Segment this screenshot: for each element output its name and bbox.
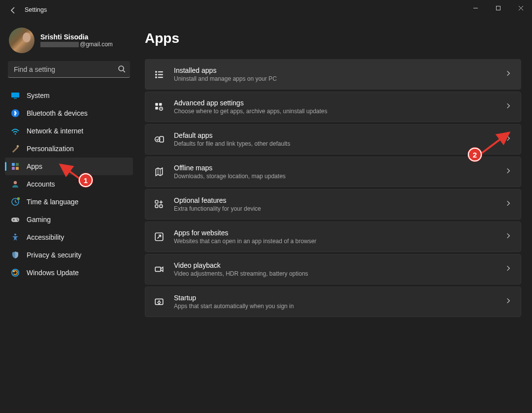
sidebar-item-windows-update[interactable]: Windows Update (5, 264, 133, 282)
chevron-right-icon (505, 297, 512, 306)
card-title: Optional features (174, 196, 505, 204)
avatar (9, 28, 34, 53)
chevron-right-icon (505, 135, 512, 144)
card-title: Default apps (174, 131, 505, 139)
apps-icon (11, 162, 20, 171)
sidebar-item-label: System (27, 92, 50, 99)
chevron-right-icon (505, 265, 512, 274)
sidebar-item-bluetooth-devices[interactable]: Bluetooth & devices (5, 104, 133, 122)
default-icon (154, 134, 164, 144)
card-subtitle: Websites that can open in an app instead… (174, 238, 505, 245)
email-redacted (40, 42, 79, 47)
sidebar-item-label: Privacy & security (27, 251, 81, 259)
card-subtitle: Extra functionality for your device (174, 205, 505, 212)
card-title: Apps for websites (174, 229, 505, 237)
sidebar-item-label: Windows Update (27, 269, 79, 277)
close-button[interactable] (509, 0, 532, 16)
card-title: Advanced app settings (174, 99, 505, 107)
apps-gear-icon (154, 102, 164, 112)
back-button[interactable] (6, 3, 20, 17)
shield-icon (11, 251, 20, 259)
card-advanced-app-settings[interactable]: Advanced app settingsChoose where to get… (145, 92, 521, 122)
chevron-right-icon (505, 167, 512, 176)
wifi-icon (11, 127, 20, 135)
card-title: Video playback (174, 261, 505, 269)
bluetooth-icon (11, 109, 20, 118)
card-apps-for-websites[interactable]: Apps for websitesWebsites that can open … (145, 222, 521, 252)
sidebar-item-accessibility[interactable]: Accessibility (5, 228, 133, 246)
video-icon (154, 264, 164, 274)
card-offline-maps[interactable]: Offline mapsDownloads, storage location,… (145, 157, 521, 187)
link-square-icon (154, 232, 164, 242)
card-subtitle: Downloads, storage location, map updates (174, 173, 505, 180)
card-installed-apps[interactable]: Installed appsUninstall and manage apps … (145, 59, 521, 90)
grid-plus-icon (154, 199, 164, 209)
card-subtitle: Choose where to get apps, archive apps, … (174, 108, 505, 115)
card-title: Offline maps (174, 164, 505, 172)
chevron-right-icon (505, 102, 512, 111)
search-input[interactable] (8, 61, 130, 78)
account-icon (11, 180, 20, 189)
update-icon (11, 268, 20, 277)
list-icon (154, 69, 164, 79)
card-video-playback[interactable]: Video playbackVideo adjustments, HDR str… (145, 254, 521, 285)
sidebar-item-apps[interactable]: Apps (5, 158, 133, 175)
sidebar-item-system[interactable]: System (5, 87, 133, 104)
sidebar-item-accounts[interactable]: Accounts (5, 175, 133, 193)
chevron-right-icon (505, 232, 512, 241)
search-icon (117, 64, 125, 74)
minimize-button[interactable] (464, 0, 487, 16)
map-icon (154, 167, 164, 177)
page-title: Apps (145, 31, 521, 46)
annotation-2: 2 (468, 148, 482, 161)
sidebar-item-label: Apps (27, 162, 42, 170)
card-optional-features[interactable]: Optional featuresExtra functionality for… (145, 189, 521, 220)
system-icon (11, 91, 20, 100)
accessibility-icon (11, 233, 20, 242)
card-subtitle: Uninstall and manage apps on your PC (174, 75, 505, 82)
startup-icon (154, 297, 164, 307)
sidebar-item-personalization[interactable]: Personalization (5, 140, 133, 158)
main-content: Apps Installed appsUninstall and manage … (138, 20, 532, 413)
sidebar-item-label: Time & language (27, 198, 78, 206)
user-block[interactable]: Srishti Sisodia @gmail.com (5, 25, 133, 61)
sidebar-item-network-internet[interactable]: Network & internet (5, 122, 133, 140)
card-title: Startup (174, 294, 505, 302)
sidebar-item-gaming[interactable]: Gaming (5, 211, 133, 228)
sidebar-item-time-language[interactable]: Time & language (5, 193, 133, 211)
user-name: Srishti Sisodia (40, 33, 113, 41)
window-controls (464, 0, 532, 16)
user-email-suffix: @gmail.com (80, 41, 113, 48)
titlebar: Settings (0, 0, 532, 20)
window-title: Settings (25, 6, 47, 13)
chevron-right-icon (505, 200, 512, 209)
card-subtitle: Defaults for file and link types, other … (174, 140, 505, 147)
clock-icon (11, 197, 20, 206)
brush-icon (11, 144, 20, 153)
chevron-right-icon (505, 70, 512, 79)
sidebar-item-privacy-security[interactable]: Privacy & security (5, 246, 133, 264)
card-subtitle: Video adjustments, HDR streaming, batter… (174, 270, 505, 277)
sidebar-item-label: Bluetooth & devices (27, 109, 88, 117)
card-default-apps[interactable]: Default appsDefaults for file and link t… (145, 124, 521, 155)
sidebar: Srishti Sisodia @gmail.com SystemBluetoo… (0, 20, 138, 413)
sidebar-item-label: Accounts (27, 180, 55, 188)
card-title: Installed apps (174, 66, 505, 74)
svg-rect-37 (496, 6, 500, 10)
gaming-icon (11, 215, 20, 224)
card-startup[interactable]: StartupApps that start automatically whe… (145, 286, 521, 317)
sidebar-item-label: Accessibility (27, 233, 64, 241)
sidebar-item-label: Network & internet (27, 127, 83, 135)
sidebar-item-label: Personalization (27, 145, 74, 153)
card-subtitle: Apps that start automatically when you s… (174, 303, 505, 310)
maximize-button[interactable] (487, 0, 509, 16)
sidebar-item-label: Gaming (27, 216, 51, 223)
annotation-1: 1 (79, 173, 93, 187)
